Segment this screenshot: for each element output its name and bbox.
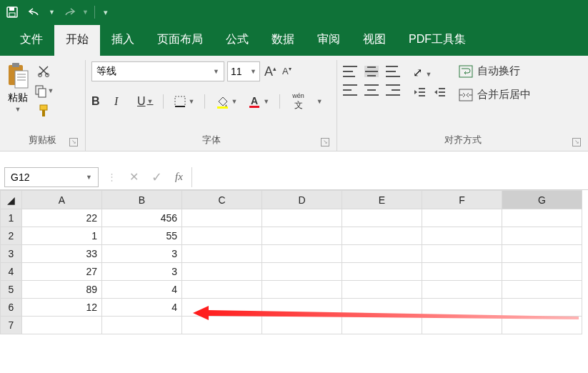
- cell[interactable]: [182, 281, 262, 299]
- row-header[interactable]: 5: [1, 281, 22, 299]
- cell[interactable]: [182, 299, 262, 317]
- cell[interactable]: [102, 317, 182, 334]
- cut-icon[interactable]: [33, 63, 54, 79]
- col-header-F[interactable]: F: [422, 191, 502, 209]
- paste-dropdown-icon[interactable]: ▼: [15, 106, 21, 113]
- cell[interactable]: 22: [22, 209, 102, 227]
- align-right-icon[interactable]: [386, 84, 400, 96]
- cell[interactable]: 456: [102, 209, 182, 227]
- col-header-B[interactable]: B: [102, 191, 182, 209]
- tab-data[interactable]: 数据: [260, 25, 306, 56]
- cell[interactable]: [262, 209, 342, 227]
- tab-home[interactable]: 开始: [54, 25, 100, 56]
- undo-icon[interactable]: [26, 3, 44, 21]
- cell[interactable]: 4: [102, 281, 182, 299]
- row-header[interactable]: 4: [1, 263, 22, 281]
- cell[interactable]: [502, 245, 582, 263]
- bold-button[interactable]: B: [91, 95, 104, 108]
- accept-formula-icon[interactable]: ✓: [151, 169, 162, 185]
- col-header-C[interactable]: C: [182, 191, 262, 209]
- row-header[interactable]: 3: [1, 245, 22, 263]
- redo-dropdown-icon[interactable]: ▼: [82, 9, 89, 16]
- cell[interactable]: 89: [22, 281, 102, 299]
- row-header[interactable]: 2: [1, 227, 22, 245]
- cell[interactable]: 27: [22, 263, 102, 281]
- tab-formulas[interactable]: 公式: [214, 25, 260, 56]
- fill-color-button[interactable]: ▼: [215, 94, 237, 109]
- fx-icon[interactable]: fx: [175, 171, 183, 183]
- format-painter-icon[interactable]: [33, 103, 54, 119]
- paste-icon[interactable]: [6, 61, 30, 90]
- cell[interactable]: [342, 281, 422, 299]
- increase-indent-icon[interactable]: [433, 86, 446, 100]
- alignment-launcher-icon[interactable]: ↘: [572, 138, 581, 146]
- cell[interactable]: [262, 281, 342, 299]
- increase-font-icon[interactable]: A▴: [263, 64, 278, 79]
- align-top-icon[interactable]: [343, 66, 357, 77]
- col-header-D[interactable]: D: [262, 191, 342, 209]
- cell[interactable]: 55: [102, 227, 182, 245]
- cell[interactable]: [262, 317, 342, 334]
- cell[interactable]: [502, 299, 582, 317]
- cell[interactable]: [342, 227, 422, 245]
- tab-file[interactable]: 文件: [9, 25, 54, 56]
- formula-input[interactable]: [191, 167, 588, 187]
- cell[interactable]: [262, 245, 342, 263]
- cell[interactable]: [502, 317, 582, 334]
- tab-insert[interactable]: 插入: [100, 25, 146, 56]
- cell[interactable]: 3: [102, 263, 182, 281]
- cell[interactable]: [182, 317, 262, 334]
- font-name-select[interactable]: 等线▼: [91, 61, 224, 81]
- font-launcher-icon[interactable]: ↘: [321, 138, 329, 146]
- tab-pdf[interactable]: PDF工具集: [397, 25, 477, 56]
- tab-layout[interactable]: 页面布局: [146, 25, 214, 56]
- qat-customize-icon[interactable]: ▾: [101, 8, 108, 17]
- copy-icon[interactable]: ▼: [33, 83, 54, 99]
- cell[interactable]: [182, 263, 262, 281]
- font-color-button[interactable]: A▼: [247, 94, 269, 109]
- cell[interactable]: [502, 263, 582, 281]
- cell[interactable]: 12: [22, 299, 102, 317]
- cell[interactable]: 4: [102, 299, 182, 317]
- phonetic-button[interactable]: wén文: [290, 91, 307, 111]
- worksheet-grid[interactable]: ◢ A B C D E F G 122456 2155 3333 4273 58…: [0, 190, 588, 334]
- undo-dropdown-icon[interactable]: ▼: [49, 9, 55, 16]
- align-left-icon[interactable]: [343, 84, 357, 96]
- redo-icon[interactable]: [59, 3, 78, 21]
- cell[interactable]: [182, 227, 262, 245]
- cell[interactable]: [342, 263, 422, 281]
- cell[interactable]: [342, 209, 422, 227]
- cell[interactable]: [502, 227, 582, 245]
- cell[interactable]: [422, 209, 502, 227]
- decrease-indent-icon[interactable]: [413, 86, 426, 100]
- row-header[interactable]: 1: [1, 209, 22, 227]
- phonetic-dropdown-icon[interactable]: ▼: [317, 98, 323, 105]
- save-icon[interactable]: [3, 3, 21, 21]
- merge-center-button[interactable]: 合并后居中: [459, 88, 531, 101]
- clipboard-launcher-icon[interactable]: ↘: [69, 138, 78, 146]
- cell[interactable]: [342, 317, 422, 334]
- wrap-text-button[interactable]: 自动换行: [459, 64, 531, 78]
- cell[interactable]: [422, 317, 502, 334]
- cell[interactable]: 33: [22, 245, 102, 263]
- name-box[interactable]: G12▼: [4, 167, 99, 187]
- orientation-icon[interactable]: ⤢ ▼: [413, 66, 432, 79]
- cell[interactable]: [422, 281, 502, 299]
- col-header-E[interactable]: E: [342, 191, 422, 209]
- align-middle-icon[interactable]: [364, 66, 379, 77]
- cell[interactable]: 3: [102, 245, 182, 263]
- cell[interactable]: [502, 209, 582, 227]
- underline-button[interactable]: U ▼: [137, 95, 153, 108]
- cell[interactable]: [342, 299, 422, 317]
- italic-button[interactable]: I: [114, 95, 127, 108]
- col-header-G[interactable]: G: [502, 191, 582, 209]
- border-button[interactable]: ▼: [174, 95, 194, 108]
- paste-label[interactable]: 粘贴: [8, 91, 28, 104]
- cell[interactable]: [182, 209, 262, 227]
- tab-review[interactable]: 审阅: [306, 25, 352, 56]
- cell[interactable]: [422, 299, 502, 317]
- cell[interactable]: [422, 227, 502, 245]
- cell[interactable]: [342, 245, 422, 263]
- row-header[interactable]: 7: [1, 317, 22, 334]
- col-header-A[interactable]: A: [22, 191, 102, 209]
